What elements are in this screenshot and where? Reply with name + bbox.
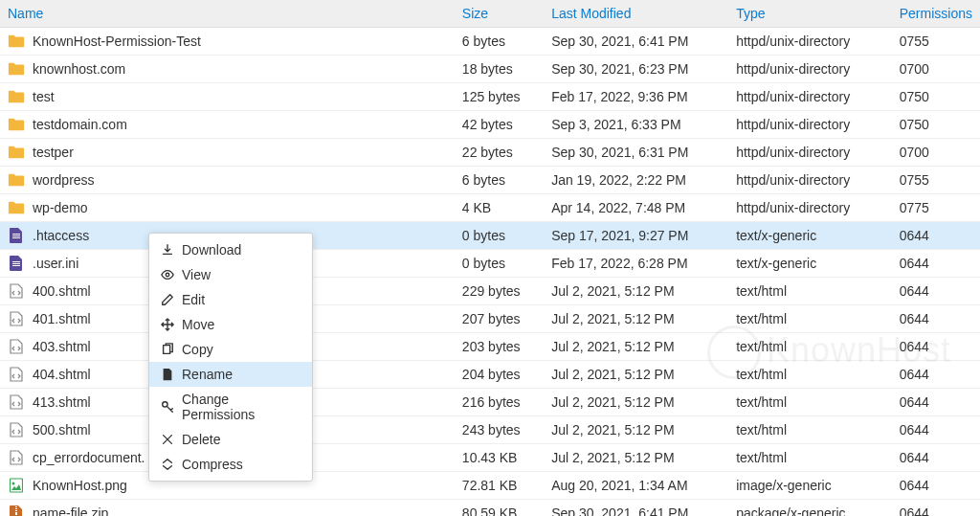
file-permissions: 0644: [892, 278, 980, 305]
menu-item-label: Copy: [182, 342, 213, 357]
file-modified: Jul 2, 2021, 5:12 PM: [544, 444, 728, 472]
table-row[interactable]: KnownHost-Permission-Test6 bytesSep 30, …: [0, 28, 980, 56]
file-name: 400.shtml: [33, 283, 91, 299]
table-row[interactable]: name-file.zip80.59 KBSep 30, 2021, 6:41 …: [0, 500, 980, 517]
move-icon: [161, 318, 174, 331]
file-size: 0 bytes: [455, 222, 544, 250]
header-type[interactable]: Type: [728, 0, 892, 28]
zip-icon: [8, 505, 25, 516]
file-modified: Sep 30, 2021, 6:23 PM: [544, 56, 728, 83]
file-type: httpd/unix-directory: [728, 194, 892, 222]
header-size[interactable]: Size: [455, 0, 544, 28]
menu-item-label: Edit: [182, 292, 205, 307]
table-row[interactable]: 401.shtml207 bytesJul 2, 2021, 5:12 PMte…: [0, 305, 980, 333]
menu-item-copy[interactable]: Copy: [149, 337, 312, 362]
menu-item-label: View: [182, 267, 211, 282]
menu-item-delete[interactable]: Delete: [149, 427, 312, 452]
codefile-icon: [8, 339, 25, 354]
table-row[interactable]: 413.shtml216 bytesJul 2, 2021, 5:12 PMte…: [0, 389, 980, 416]
file-name: cp_errordocument.: [33, 450, 145, 465]
pencil-icon: [161, 293, 174, 306]
table-row[interactable]: wp-demo4 KBApr 14, 2022, 7:48 PMhttpd/un…: [0, 194, 980, 222]
textfile-icon: [8, 228, 25, 243]
codefile-icon: [8, 422, 25, 437]
folder-icon: [8, 172, 25, 188]
file-modified: Feb 17, 2022, 9:36 PM: [544, 83, 728, 111]
image-icon: [8, 478, 25, 493]
file-type: text/html: [728, 444, 892, 472]
table-row[interactable]: testdomain.com42 bytesSep 3, 2021, 6:33 …: [0, 111, 980, 139]
codefile-icon: [8, 367, 25, 382]
table-row[interactable]: testper22 bytesSep 30, 2021, 6:31 PMhttp…: [0, 139, 980, 167]
file-name: knownhost.com: [33, 61, 125, 77]
file-type: text/html: [728, 389, 892, 416]
file-size: 42 bytes: [455, 111, 544, 139]
file-permissions: 0644: [892, 416, 980, 444]
file-modified: Jul 2, 2021, 5:12 PM: [544, 361, 728, 389]
header-permissions[interactable]: Permissions: [892, 0, 980, 28]
folder-icon: [8, 145, 25, 160]
folder-icon: [8, 200, 25, 215]
table-row[interactable]: wordpress6 bytesJan 19, 2022, 2:22 PMhtt…: [0, 167, 980, 194]
codefile-icon: [8, 394, 25, 410]
copy-icon: [161, 343, 174, 356]
file-permissions: 0644: [892, 389, 980, 416]
file-permissions: 0644: [892, 222, 980, 250]
eye-icon: [161, 268, 174, 281]
file-permissions: 0750: [892, 83, 980, 111]
file-modified: Jul 2, 2021, 5:12 PM: [544, 333, 728, 361]
folder-icon: [8, 89, 25, 104]
file-type: text/html: [728, 333, 892, 361]
menu-item-download[interactable]: Download: [149, 237, 312, 262]
file-permissions: 0644: [892, 500, 980, 517]
file-size: 10.43 KB: [455, 444, 544, 472]
table-row[interactable]: 400.shtml229 bytesJul 2, 2021, 5:12 PMte…: [0, 278, 980, 305]
file-name: testper: [33, 145, 74, 160]
table-row[interactable]: 404.shtml204 bytesJul 2, 2021, 5:12 PMte…: [0, 361, 980, 389]
table-row[interactable]: 403.shtml203 bytesJul 2, 2021, 5:12 PMte…: [0, 333, 980, 361]
file-size: 6 bytes: [455, 167, 544, 194]
file-type: text/html: [728, 305, 892, 333]
file-modified: Aug 20, 2021, 1:34 AM: [544, 472, 728, 500]
file-icon: [161, 368, 174, 381]
table-row[interactable]: cp_errordocument.10.43 KBJul 2, 2021, 5:…: [0, 444, 980, 472]
header-name[interactable]: Name: [0, 0, 455, 28]
svg-rect-3: [164, 346, 170, 354]
header-last-modified[interactable]: Last Modified: [544, 0, 728, 28]
textfile-icon: [8, 256, 25, 271]
menu-item-change-permissions[interactable]: Change Permissions: [149, 387, 312, 427]
svg-point-1: [12, 482, 15, 485]
folder-icon: [8, 61, 25, 77]
table-row[interactable]: KnownHost.png72.81 KBAug 20, 2021, 1:34 …: [0, 472, 980, 500]
menu-item-edit[interactable]: Edit: [149, 287, 312, 312]
menu-item-label: Change Permissions: [182, 392, 301, 422]
table-row[interactable]: .user.ini0 bytesFeb 17, 2022, 6:28 PMtex…: [0, 250, 980, 278]
file-size: 204 bytes: [455, 361, 544, 389]
file-modified: Jul 2, 2021, 5:12 PM: [544, 278, 728, 305]
context-menu: DownloadViewEditMoveCopyRenameChange Per…: [148, 233, 313, 482]
menu-item-rename[interactable]: Rename: [149, 362, 312, 387]
file-permissions: 0644: [892, 305, 980, 333]
svg-point-2: [166, 273, 169, 277]
table-row[interactable]: test125 bytesFeb 17, 2022, 9:36 PMhttpd/…: [0, 83, 980, 111]
file-modified: Jan 19, 2022, 2:22 PM: [544, 167, 728, 194]
file-modified: Feb 17, 2022, 6:28 PM: [544, 250, 728, 278]
file-size: 72.81 KB: [455, 472, 544, 500]
table-row[interactable]: knownhost.com18 bytesSep 30, 2021, 6:23 …: [0, 56, 980, 83]
file-type: text/x-generic: [728, 250, 892, 278]
table-row[interactable]: 500.shtml243 bytesJul 2, 2021, 5:12 PMte…: [0, 416, 980, 444]
file-type: package/x-generic: [728, 500, 892, 517]
menu-item-label: Move: [182, 317, 214, 332]
menu-item-move[interactable]: Move: [149, 312, 312, 337]
menu-item-compress[interactable]: Compress: [149, 452, 312, 477]
file-size: 216 bytes: [455, 389, 544, 416]
menu-item-label: Compress: [182, 457, 243, 472]
file-name: testdomain.com: [33, 117, 127, 132]
menu-item-label: Delete: [182, 432, 220, 447]
menu-item-view[interactable]: View: [149, 262, 312, 287]
file-size: 243 bytes: [455, 416, 544, 444]
file-type: text/html: [728, 416, 892, 444]
file-modified: Sep 3, 2021, 6:33 PM: [544, 111, 728, 139]
table-row[interactable]: .htaccess0 bytesSep 17, 2021, 9:27 PMtex…: [0, 222, 980, 250]
file-type: text/html: [728, 361, 892, 389]
